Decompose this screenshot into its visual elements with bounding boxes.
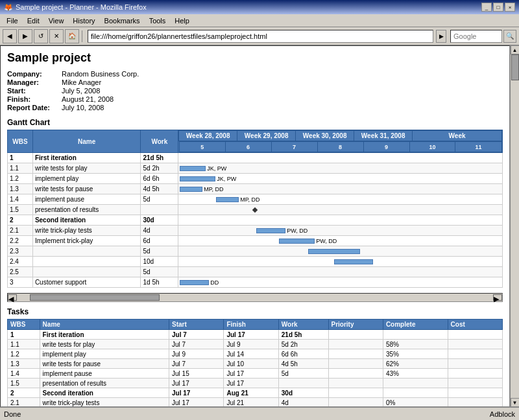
task-row: 1.2implement playJul 9Jul 146d 6h35% [8,349,503,359]
task-cell-priority [328,379,383,388]
menu-file[interactable]: File [3,16,22,25]
week-extra-header: Week [413,131,502,141]
status-bar: Done Adblock [0,407,519,420]
task-cell-wbs: 1.1 [8,340,40,349]
task-cell-complete: 58% [383,340,448,349]
search-input[interactable] [450,30,502,43]
scroll-thumb-right[interactable] [511,54,519,80]
gantt-row: 1.5presentation of results [8,205,503,215]
task-cell-finish: Jul 14 [224,349,278,359]
info-start-row: Start: July 5, 2008 [7,87,503,95]
day-9: 9 [363,142,409,152]
day-11: 11 [455,142,501,152]
task-row: 1.5presentation of resultsJul 17Jul 17 [8,379,503,388]
task-cell-start: Jul 9 [169,349,224,359]
gantt-cell-wbs: 2.3 [8,246,33,257]
gantt-week-header-row: WBS Name Work Week 28, 2008 Week 29, 200… [8,130,503,153]
task-cell-priority [328,369,383,379]
gantt-cell-wbs: 2.1 [8,226,33,236]
task-cell-name: write tests for play [40,340,169,349]
task-cell-cost [448,398,502,408]
gantt-row: 2.410d [8,257,503,267]
task-cell-wbs: 2.1 [8,398,40,408]
right-scrollbar: ▲ ▼ [510,45,519,407]
back-button[interactable]: ◀ [3,29,17,43]
gantt-cell-wbs: 1.1 [8,163,33,174]
gantt-cell-wbs: 1 [8,153,33,163]
task-cell-finish: Jul 17 [224,330,278,340]
toolbar: ◀ ▶ ↺ ✕ 🏠 ▶ 🔍 [0,27,519,45]
task-cell-work: 4d 5h [278,359,328,369]
gantt-scroll[interactable]: ◀ ▶ [7,293,503,302]
gantt-inner: WBS Name Work Week 28, 2008 Week 29, 200… [7,130,503,288]
close-button[interactable]: × [505,3,515,12]
reload-button[interactable]: ↺ [34,29,48,43]
task-cell-start: Jul 7 [169,340,224,349]
toolbar-separator [82,30,82,42]
gantt-days-row: 5 6 7 8 9 10 11 [179,141,502,153]
task-cell-name: First iteration [40,330,169,340]
scroll-right-arrow[interactable]: ▶ [493,294,502,301]
task-cell-start: Jul 15 [169,369,224,379]
task-cell-work: 5d [278,369,328,379]
gantt-cell-timeline [178,215,503,226]
gantt-row: 1.3write tests for pause4d 5hMP, DD [8,184,503,194]
task-row: 2.1write trick-play testsJul 17Jul 214d0… [8,398,503,408]
scroll-left-arrow[interactable]: ◀ [8,294,17,301]
gantt-row: 2.1write trick-play tests4dPW, DD [8,226,503,236]
finish-label: Finish: [7,95,59,103]
gantt-table: WBS Name Work Week 28, 2008 Week 29, 200… [7,130,503,288]
gantt-cell-name: First iteration [32,153,141,163]
task-cell-work: 30d [278,388,328,398]
address-input[interactable] [88,30,433,43]
menu-bar: File Edit View History Bookmarks Tools H… [0,14,519,27]
task-cell-start: Jul 17 [169,379,224,388]
search-button[interactable]: 🔍 [503,30,516,43]
menu-edit[interactable]: Edit [23,16,43,25]
gantt-milestone [252,207,258,213]
task-cell-cost [448,369,502,379]
task-cell-finish: Aug 21 [224,388,278,398]
gantt-scrollbar-thumb[interactable] [30,294,160,301]
stop-button[interactable]: ✕ [49,29,64,43]
forward-button[interactable]: ▶ [18,29,32,43]
task-cell-cost [448,359,502,369]
gantt-cell-timeline: MP, DD [178,194,503,205]
maximize-button[interactable]: □ [493,3,503,12]
window-controls: _ □ × [481,3,515,12]
gantt-th-name: Name [32,130,141,153]
gantt-bar-label: JK, PW [217,176,236,182]
minimize-button[interactable]: _ [481,3,492,12]
tasks-header-row: WBS Name Start Finish Work Priority Comp… [8,320,503,330]
tasks-th-start: Start [169,320,224,330]
home-button[interactable]: 🏠 [65,29,79,43]
gantt-section-title: Gantt Chart [7,118,503,127]
tasks-body: 1First iterationJul 7Jul 1721d 5h1.1writ… [8,330,503,408]
company-label: Company: [7,70,59,78]
company-value: Random Business Corp. [62,70,139,78]
gantt-row: 2.55d [8,267,503,277]
gantt-th-work: Work [141,130,178,153]
menu-bookmarks[interactable]: Bookmarks [101,16,144,25]
gantt-row: 1.1write tests for play5d 2hJK, PW [8,163,503,174]
gantt-bar [334,259,373,264]
scroll-down-arrow[interactable]: ▼ [511,398,520,407]
menu-tools[interactable]: Tools [145,16,170,25]
task-cell-priority [328,340,383,349]
task-cell-name: Second iteration [40,388,169,398]
go-button[interactable]: ▶ [436,30,446,43]
scroll-up-arrow[interactable]: ▲ [511,45,520,54]
task-cell-wbs: 1.2 [8,349,40,359]
menu-history[interactable]: History [69,16,99,25]
task-row: 1.4implement pauseJul 15Jul 175d43% [8,369,503,379]
menu-view[interactable]: View [45,16,68,25]
task-cell-finish: Jul 21 [224,398,278,408]
window-icon: 🦊 [4,3,13,12]
gantt-cell-name: implement play [32,174,141,184]
menu-help[interactable]: Help [171,16,193,25]
task-cell-wbs: 1 [8,330,40,340]
gantt-row: 1.2implement play6d 6hJK, PW [8,174,503,184]
gantt-cell-timeline [178,153,503,163]
gantt-cell-work: 5d [141,194,178,205]
gantt-th-timeline: Week 28, 2008 Week 29, 2008 Week 30, 200… [178,130,503,153]
